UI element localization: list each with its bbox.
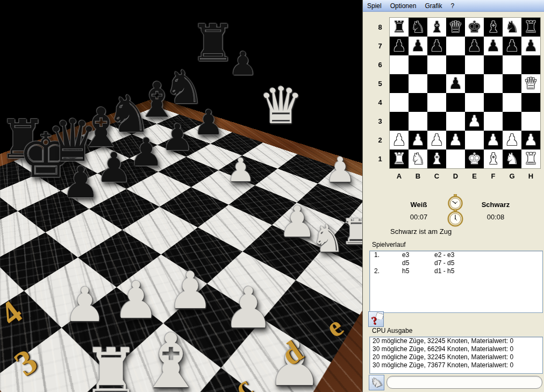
board-square[interactable] <box>427 112 446 131</box>
file-label-a: A <box>390 172 409 180</box>
menu-item-optionen[interactable]: Optionen <box>386 1 421 11</box>
board-square[interactable] <box>521 93 540 112</box>
white-piece: ♟ <box>468 112 482 130</box>
move-short-notation: d5 <box>402 259 434 267</box>
board-square[interactable]: ♟ <box>484 37 503 55</box>
rank-label-5: 5 <box>374 74 386 93</box>
board-square[interactable]: ♞ <box>409 149 427 168</box>
board-square[interactable] <box>390 55 409 74</box>
scene-white-piece: ♟ <box>167 265 213 316</box>
cpu-output-list[interactable]: 20 mögliche Züge, 32245 Knoten, Material… <box>369 337 543 374</box>
board-square[interactable] <box>390 93 409 112</box>
board-3d-view[interactable]: ♜♚♛♝♞♝♞♜♟♟♟♟♟♟♛♟♟♟♞♜♟♟♟♟♝♜♟43cde <box>0 0 363 392</box>
board-square[interactable]: ♟ <box>409 131 427 149</box>
board-square[interactable]: ♜ <box>521 18 540 37</box>
scene-black-piece: ♜ <box>0 113 47 167</box>
board-square[interactable]: ♞ <box>409 18 427 37</box>
black-clock-label: Schwarz <box>474 201 517 209</box>
board-square[interactable]: ♟ <box>390 37 409 55</box>
board-square[interactable]: ♛ <box>446 18 465 37</box>
board-square[interactable]: ♟ <box>446 131 465 149</box>
rank-label-2: 2 <box>374 131 386 149</box>
board-square[interactable]: ♞ <box>503 149 521 168</box>
black-piece: ♝ <box>430 18 444 36</box>
board-square[interactable] <box>484 55 503 74</box>
scene-white-piece: ♟ <box>278 201 317 244</box>
board-square[interactable]: ♟ <box>427 37 446 55</box>
board-square[interactable] <box>427 74 446 93</box>
board-square[interactable]: ♟ <box>446 74 465 93</box>
move-long-notation: d7 - d5 <box>434 259 454 267</box>
file-label-e: E <box>465 172 484 180</box>
board-square[interactable]: ♟ <box>465 112 484 131</box>
board-square[interactable] <box>503 74 521 93</box>
board-square[interactable]: ♟ <box>503 131 521 149</box>
board-2d-grid[interactable]: ♜♞♝♛♚♝♞♜♟♟♟♟♟♟♟♟♛♟♟♟♟♟♟♟♟♜♞♝♚♝♞♜ <box>390 18 540 168</box>
move-short-notation: h5 <box>402 267 434 275</box>
file-label-g: G <box>503 172 521 180</box>
board-square[interactable]: ♛ <box>521 74 540 93</box>
board-square[interactable] <box>503 112 521 131</box>
black-piece: ♟ <box>430 37 444 55</box>
board-square[interactable] <box>390 74 409 93</box>
board-square[interactable] <box>427 55 446 74</box>
board-square[interactable]: ♟ <box>465 37 484 55</box>
board-square[interactable] <box>409 93 427 112</box>
board-square[interactable] <box>446 55 465 74</box>
board-square[interactable] <box>484 74 503 93</box>
scene-white-piece: ♜ <box>82 340 140 392</box>
board-square[interactable] <box>446 112 465 131</box>
board-square[interactable]: ♟ <box>521 131 540 149</box>
board-square[interactable]: ♝ <box>484 18 503 37</box>
board-square[interactable] <box>465 55 484 74</box>
board-square[interactable]: ♜ <box>390 18 409 37</box>
board-square[interactable]: ♜ <box>521 149 540 168</box>
board-square[interactable] <box>484 93 503 112</box>
board-square[interactable] <box>409 55 427 74</box>
board-square[interactable] <box>446 149 465 168</box>
board-square[interactable]: ♟ <box>521 37 540 55</box>
menu-item-spiel[interactable]: Spiel <box>363 1 386 11</box>
board-square[interactable] <box>390 112 409 131</box>
board-square[interactable] <box>521 112 540 131</box>
menu-item-?[interactable]: ? <box>446 1 459 11</box>
black-piece: ♞ <box>411 18 425 36</box>
white-piece: ♞ <box>505 149 519 168</box>
move-history-list[interactable]: 1.e3e2 - e3d5d7 - d52.h5d1 - h5 <box>369 251 543 313</box>
board-square[interactable]: ♜ <box>390 149 409 168</box>
board-square[interactable] <box>521 55 540 74</box>
board-square[interactable] <box>409 74 427 93</box>
board-square[interactable]: ♟ <box>409 37 427 55</box>
board-square[interactable] <box>465 131 484 149</box>
side-panel: SpielOptionenGrafik? 87654321 ♜♞♝♛♚♝♞♜♟♟… <box>363 0 544 392</box>
board-square[interactable]: ♟ <box>390 131 409 149</box>
board-square[interactable]: ♝ <box>427 18 446 37</box>
scene-black-piece: ♞ <box>106 89 152 140</box>
board-square[interactable]: ♝ <box>484 149 503 168</box>
menu-item-grafik[interactable]: Grafik <box>420 1 446 11</box>
board-square[interactable] <box>446 37 465 55</box>
board-square[interactable] <box>465 74 484 93</box>
board-square[interactable]: ♟ <box>503 37 521 55</box>
white-piece: ♟ <box>430 131 444 149</box>
board-square[interactable]: ♞ <box>503 18 521 37</box>
move-number <box>370 259 402 267</box>
scene-black-piece: ♟ <box>161 119 194 156</box>
board-square[interactable] <box>484 112 503 131</box>
hint-button[interactable]: ? <box>368 311 384 327</box>
board-square[interactable]: ♚ <box>465 18 484 37</box>
board-square[interactable]: ♝ <box>427 149 446 168</box>
black-piece: ♚ <box>468 18 482 36</box>
board-square[interactable] <box>503 93 521 112</box>
engine-move-button[interactable]: ♞ <box>369 375 384 390</box>
board-square[interactable] <box>503 55 521 74</box>
board-square[interactable]: ♚ <box>465 149 484 168</box>
board-square[interactable] <box>409 112 427 131</box>
board-square[interactable] <box>427 93 446 112</box>
board-square[interactable]: ♟ <box>427 131 446 149</box>
chess-app-window: ♜♚♛♝♞♝♞♜♟♟♟♟♟♟♛♟♟♟♞♜♟♟♟♟♝♜♟43cde SpielOp… <box>0 0 544 392</box>
scene-black-piece: ♞ <box>163 64 204 110</box>
board-square[interactable] <box>446 93 465 112</box>
board-square[interactable] <box>465 93 484 112</box>
board-square[interactable]: ♟ <box>484 131 503 149</box>
